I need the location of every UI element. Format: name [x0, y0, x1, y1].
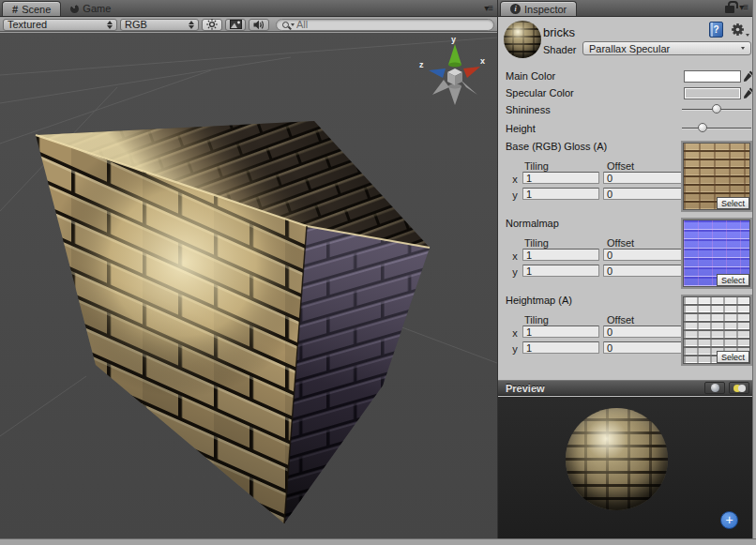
offset-x-input[interactable] — [603, 249, 682, 261]
lighting-toggle-button[interactable] — [202, 19, 222, 31]
map-label: Normalmap — [506, 218, 559, 229]
offset-y-input[interactable] — [603, 188, 682, 200]
brick-diffuse-texture-thumbnail[interactable]: Select — [683, 143, 750, 210]
scene-viewport[interactable]: y x z — [0, 33, 497, 538]
material-preview-thumbnail — [504, 21, 541, 58]
slider-handle[interactable] — [712, 104, 721, 114]
base-map-section: Base (RGB) Gloss (A) Tiling Offset x y S… — [498, 141, 753, 216]
render-effects-toggle-button[interactable] — [225, 19, 246, 31]
scene-panel-menu-icon[interactable]: ▾≡ — [484, 4, 492, 13]
slider-handle[interactable] — [698, 123, 707, 132]
map-label: Heightmap (A) — [506, 295, 572, 306]
select-texture-button[interactable]: Select — [717, 351, 749, 363]
render-mode-dropdown[interactable]: Textured — [3, 19, 117, 31]
preview-mesh-button[interactable] — [704, 382, 725, 394]
search-input[interactable] — [296, 19, 488, 30]
map-label: Base (RGB) Gloss (A) — [506, 141, 607, 152]
game-icon — [70, 5, 79, 13]
offset-y-input[interactable] — [603, 341, 682, 354]
scene-cube[interactable] — [36, 121, 430, 523]
preview-title: Preview — [506, 383, 545, 394]
tab-scene[interactable]: # Scene — [2, 1, 61, 16]
audio-toggle-button[interactable] — [249, 19, 269, 31]
shininess-slider[interactable] — [682, 103, 751, 114]
shader-label: Shader — [543, 44, 576, 55]
render-effects-icon — [230, 20, 242, 29]
tab-inspector[interactable]: i Inspector — [500, 1, 577, 16]
tab-scene-label: Scene — [22, 4, 51, 15]
window-frame-right — [752, 0, 756, 545]
row-y-label: y — [510, 343, 520, 355]
select-texture-button[interactable]: Select — [717, 274, 749, 286]
lighting-sun-icon — [206, 19, 218, 30]
material-name: bricks — [543, 25, 575, 39]
updown-arrows-icon — [107, 21, 113, 29]
light-off-icon — [738, 385, 746, 392]
shader-dropdown[interactable]: Parallax Specular — [582, 41, 751, 55]
chevron-down-icon — [741, 47, 745, 50]
row-y-label: y — [510, 266, 520, 278]
normal-map-texture-thumbnail[interactable]: Select — [683, 220, 750, 287]
preview-material-sphere[interactable] — [566, 408, 668, 510]
chevron-down-icon — [746, 34, 749, 37]
tiling-x-input[interactable] — [522, 325, 599, 338]
height-label: Height — [506, 123, 536, 134]
scene-tabbar: # Scene Game ▾≡ — [0, 0, 497, 17]
gizmo-x-axis-cone[interactable] — [463, 67, 480, 78]
tiling-y-input[interactable] — [522, 341, 599, 354]
search-icon — [282, 22, 289, 28]
preview-body[interactable]: + — [498, 397, 753, 538]
tiling-y-input[interactable] — [522, 265, 599, 277]
offset-header: Offset — [607, 237, 634, 249]
scene-gizmo[interactable]: y x z — [419, 35, 485, 105]
tiling-x-input[interactable] — [522, 172, 599, 184]
select-texture-button[interactable]: Select — [717, 197, 749, 209]
color-mode-value: RGB — [125, 19, 185, 30]
inspector-tabbar: i Inspector ▾≡ — [498, 0, 752, 17]
gizmo-y-axis-cone[interactable] — [448, 44, 461, 65]
row-x-label: x — [510, 250, 520, 262]
gizmo-center-cube[interactable] — [447, 68, 462, 85]
inspector-panel: i Inspector ▾≡ bricks Shader Parallax Sp… — [497, 0, 752, 538]
preview-lighting-button[interactable] — [729, 382, 749, 394]
offset-x-input[interactable] — [603, 172, 682, 184]
heightmap-section: Heightmap (A) Tiling Offset x y Select — [498, 295, 753, 370]
row-x-label: x — [510, 174, 520, 185]
color-mode-dropdown[interactable]: RGB — [120, 19, 199, 31]
grid-icon: # — [12, 4, 18, 15]
scene-3d-render: y x z — [0, 33, 497, 538]
tiling-y-input[interactable] — [522, 188, 599, 200]
offset-x-input[interactable] — [603, 325, 682, 338]
preview-header[interactable]: Preview — [498, 380, 753, 396]
height-slider[interactable] — [682, 122, 751, 133]
offset-y-input[interactable] — [603, 265, 682, 277]
shader-value: Parallax Specular — [589, 43, 741, 54]
gizmo-z-axis-cone[interactable] — [429, 68, 446, 78]
shininess-label: Shininess — [506, 104, 551, 115]
gear-menu[interactable] — [731, 23, 749, 37]
inspector-panel-menu-icon[interactable]: ▾≡ — [739, 3, 748, 12]
tiling-x-input[interactable] — [522, 249, 599, 261]
gizmo-y-label: y — [451, 35, 456, 44]
sphere-icon — [711, 384, 719, 392]
slider-track — [682, 128, 751, 129]
help-icon[interactable]: ? — [709, 22, 723, 38]
unity-editor-window: # Scene Game ▾≡ Textured RGB — [0, 0, 756, 545]
height-map-texture-thumbnail[interactable]: Select — [683, 296, 750, 364]
add-button[interactable]: + — [720, 511, 738, 529]
row-x-label: x — [510, 327, 520, 339]
tab-inspector-label: Inspector — [524, 4, 567, 15]
normalmap-section: Normalmap Tiling Offset x y Select — [498, 218, 753, 293]
scene-panel: # Scene Game ▾≡ Textured RGB — [0, 0, 497, 538]
specular-color-label: Specular Color — [506, 87, 574, 98]
specular-color-swatch[interactable] — [684, 87, 741, 99]
scene-search-field[interactable] — [276, 19, 494, 31]
lock-icon[interactable] — [725, 6, 734, 13]
gear-icon — [731, 23, 745, 37]
row-y-label: y — [510, 189, 520, 201]
tab-game[interactable]: Game — [61, 1, 120, 16]
tiling-header: Tiling — [524, 237, 549, 249]
main-color-swatch[interactable] — [684, 70, 741, 83]
tiling-header: Tiling — [524, 314, 549, 325]
render-mode-value: Textured — [8, 19, 103, 30]
